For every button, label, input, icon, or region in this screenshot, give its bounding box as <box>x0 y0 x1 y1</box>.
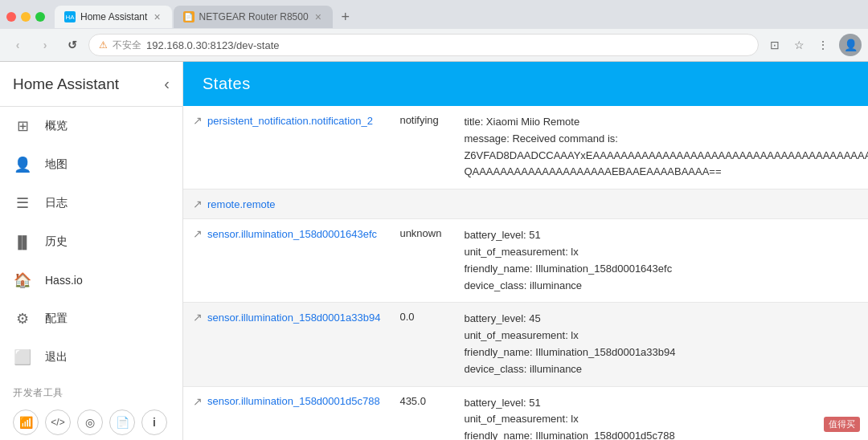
minimize-button[interactable] <box>21 12 31 22</box>
sidebar-item-hassio[interactable]: 🏠 Hass.io <box>0 261 182 299</box>
url-display: 192.168.0.30:8123/dev-state <box>146 39 280 51</box>
sidebar-header: Home Assistant ‹ <box>0 62 182 107</box>
attributes-cell: battery_level: 51 unit_of_measurement: l… <box>454 386 868 440</box>
sidebar-item-logout[interactable]: ⬜ 退出 <box>0 338 182 377</box>
attributes-cell: battery_level: 51 unit_of_measurement: l… <box>454 219 868 303</box>
hassio-icon: 🏠 <box>13 271 32 290</box>
attributes-cell: battery_level: 45 unit_of_measurement: l… <box>454 303 868 386</box>
history-label: 历史 <box>45 234 68 249</box>
log-label: 日志 <box>45 196 68 210</box>
table-row: ↗sensor.illumination_158d0001643efcunkno… <box>183 219 868 303</box>
table-row: ↗remote.remote <box>183 189 868 219</box>
main-content: States ↗persistent_notification.notifica… <box>183 62 868 440</box>
state-value: 435.0 <box>390 386 454 440</box>
tab-home-assistant[interactable]: HA Home Assistant × <box>55 6 172 28</box>
entity-link[interactable]: ↗sensor.illumination_158d0001d5c788 <box>193 395 380 408</box>
state-value: unknown <box>390 219 454 303</box>
dev-tool-radio[interactable]: ◎ <box>77 409 103 435</box>
entity-name: sensor.illumination_158d0001d5c788 <box>207 395 380 407</box>
address-bar: ‹ › ↺ ⚠ 不安全 192.168.0.30:8123/dev-state … <box>0 29 868 61</box>
profile-button[interactable]: 👤 <box>839 34 862 56</box>
overview-label: 概览 <box>45 119 68 133</box>
security-icon: ⚠ <box>99 39 108 51</box>
close-button[interactable] <box>6 12 16 22</box>
tab-label-ha: Home Assistant <box>80 11 147 22</box>
sidebar-item-log[interactable]: ☰ 日志 <box>0 184 182 222</box>
states-header: States <box>183 62 868 106</box>
entity-link[interactable]: ↗sensor.illumination_158d0001643efc <box>193 227 380 240</box>
attributes-cell <box>454 189 868 219</box>
sidebar-item-map[interactable]: 👤 地图 <box>0 145 182 184</box>
app-layout: Home Assistant ‹ ⊞ 概览 👤 地图 ☰ 日志 ▐▌ 历史 🏠 <box>0 62 868 440</box>
tab-label-netgear: NETGEAR Router R8500 <box>199 11 309 22</box>
tab-netgear[interactable]: 📄 NETGEAR Router R8500 × <box>174 6 333 28</box>
new-tab-button[interactable]: + <box>334 6 357 28</box>
screenshot-button[interactable]: ⊡ <box>764 34 786 56</box>
entity-name: persistent_notification.notification_2 <box>207 115 373 127</box>
state-value: 0.0 <box>390 303 454 386</box>
menu-button[interactable]: ⋮ <box>812 34 834 56</box>
table-row: ↗sensor.illumination_158d0001a33b940.0ba… <box>183 303 868 386</box>
sidebar-title: Home Assistant <box>13 75 119 93</box>
external-link-icon: ↗ <box>193 114 203 127</box>
table-row: ↗sensor.illumination_158d0001d5c788435.0… <box>183 386 868 440</box>
bookmark-button[interactable]: ☆ <box>788 34 810 56</box>
sidebar-item-config[interactable]: ⚙ 配置 <box>0 299 182 338</box>
overview-icon: ⊞ <box>13 116 32 136</box>
config-label: 配置 <box>45 312 68 326</box>
states-table: ↗persistent_notification.notification_2n… <box>183 106 868 440</box>
config-icon: ⚙ <box>13 309 32 328</box>
dev-tools-label: 开发者工具 <box>0 377 182 403</box>
dev-tool-file[interactable]: 📄 <box>109 409 135 435</box>
sidebar-item-overview[interactable]: ⊞ 概览 <box>0 107 182 145</box>
back-button[interactable]: ‹ <box>6 34 29 56</box>
logout-icon: ⬜ <box>13 348 32 367</box>
log-icon: ☰ <box>13 194 32 213</box>
window-controls <box>6 12 45 22</box>
browser-chrome: HA Home Assistant × 📄 NETGEAR Router R85… <box>0 0 868 62</box>
entity-name: sensor.illumination_158d0001643efc <box>207 228 377 240</box>
logout-label: 退出 <box>45 350 68 365</box>
watermark: 值得买 <box>824 417 860 432</box>
external-link-icon: ↗ <box>193 227 203 240</box>
entity-link[interactable]: ↗sensor.illumination_158d0001a33b94 <box>193 311 380 324</box>
tab-icon-netgear: 📄 <box>183 11 194 22</box>
tab-close-ha[interactable]: × <box>152 11 162 22</box>
attributes-cell: title: Xiaomi Miio Remote message: Recei… <box>454 106 868 189</box>
dev-tool-wifi[interactable]: 📶 <box>13 409 39 435</box>
sidebar-item-history[interactable]: ▐▌ 历史 <box>0 222 182 261</box>
map-icon: 👤 <box>13 155 32 174</box>
dev-tool-code[interactable]: </> <box>45 409 71 435</box>
history-icon: ▐▌ <box>13 232 32 251</box>
state-value <box>390 189 454 219</box>
tab-close-netgear[interactable]: × <box>313 11 323 22</box>
hassio-label: Hass.io <box>45 274 83 287</box>
security-label: 不安全 <box>113 39 141 52</box>
tab-bar: HA Home Assistant × 📄 NETGEAR Router R85… <box>0 0 868 29</box>
map-label: 地图 <box>45 157 68 172</box>
dev-tools-icons: 📶 </> ◎ 📄 i <box>0 403 182 440</box>
sidebar: Home Assistant ‹ ⊞ 概览 👤 地图 ☰ 日志 ▐▌ 历史 🏠 <box>0 62 183 440</box>
address-actions: ⊡ ☆ ⋮ <box>764 34 834 56</box>
external-link-icon: ↗ <box>193 198 203 210</box>
entity-link[interactable]: ↗remote.remote <box>193 198 380 210</box>
external-link-icon: ↗ <box>193 395 203 408</box>
maximize-button[interactable] <box>35 12 45 22</box>
table-row: ↗persistent_notification.notification_2n… <box>183 106 868 189</box>
entity-name: sensor.illumination_158d0001a33b94 <box>207 312 380 324</box>
entity-link[interactable]: ↗persistent_notification.notification_2 <box>193 114 380 127</box>
state-value: notifying <box>390 106 454 189</box>
forward-button[interactable]: › <box>34 34 56 56</box>
entity-name: remote.remote <box>207 198 276 210</box>
sidebar-toggle-button[interactable]: ‹ <box>164 75 170 93</box>
refresh-button[interactable]: ↺ <box>61 34 84 56</box>
external-link-icon: ↗ <box>193 311 203 324</box>
sidebar-nav: ⊞ 概览 👤 地图 ☰ 日志 ▐▌ 历史 🏠 Hass.io ⚙ 配置 <box>0 107 182 440</box>
address-input[interactable]: ⚠ 不安全 192.168.0.30:8123/dev-state <box>88 34 759 56</box>
tab-icon-ha: HA <box>64 11 76 22</box>
dev-tool-info[interactable]: i <box>141 409 167 435</box>
